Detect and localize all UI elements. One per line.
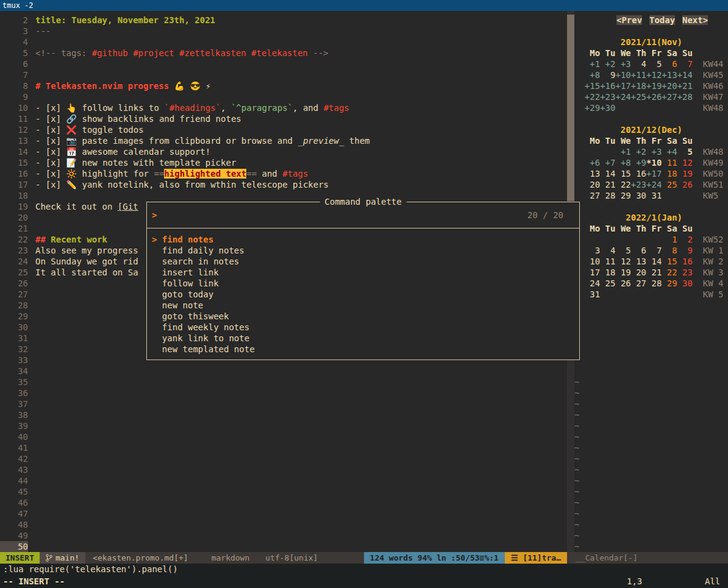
calendar-day[interactable]: +9: [631, 158, 646, 168]
calendar-day[interactable]: +15: [585, 81, 600, 91]
calendar-day[interactable]: 15: [615, 169, 630, 179]
calendar-today-button[interactable]: Today: [649, 15, 675, 25]
calendar-day[interactable]: +28: [677, 92, 693, 102]
palette-item[interactable]: follow link: [147, 278, 579, 289]
calendar-day[interactable]: 24: [585, 278, 600, 288]
calendar-day[interactable]: 20: [631, 267, 646, 277]
calendar-day[interactable]: 28: [600, 191, 615, 200]
calendar-day[interactable]: 9: [677, 246, 693, 255]
calendar-day[interactable]: 22: [615, 180, 630, 190]
palette-item[interactable]: new templated note: [147, 344, 579, 355]
calendar-day[interactable]: +17: [646, 169, 662, 179]
palette-item[interactable]: new note: [147, 300, 579, 311]
calendar-day[interactable]: 10: [585, 257, 600, 266]
calendar-day[interactable]: 19: [615, 267, 630, 277]
calendar-day[interactable]: 19: [677, 169, 693, 179]
calendar-day[interactable]: +13: [662, 70, 677, 80]
calendar-day[interactable]: 6: [631, 246, 646, 255]
calendar-day[interactable]: 25: [662, 180, 677, 190]
calendar-day[interactable]: 15: [662, 257, 677, 266]
palette-item[interactable]: yank link to note: [147, 333, 579, 344]
calendar-day[interactable]: +8: [615, 158, 630, 168]
calendar-day[interactable]: +14: [677, 70, 693, 80]
calendar-day[interactable]: 7: [646, 246, 662, 255]
calendar-day[interactable]: 25: [600, 278, 615, 288]
calendar-day[interactable]: 13: [585, 169, 600, 179]
palette-item[interactable]: insert link: [147, 267, 579, 278]
calendar-day[interactable]: 5: [615, 246, 630, 255]
buffer-section[interactable]: ☰ [11]tra…: [505, 552, 567, 564]
calendar-day[interactable]: +4: [662, 147, 677, 157]
calendar-day[interactable]: 27: [585, 191, 600, 200]
palette-item[interactable]: find daily notes: [147, 245, 579, 256]
calendar-day[interactable]: 30: [677, 278, 693, 288]
calendar-day[interactable]: +26: [646, 92, 662, 102]
palette-item[interactable]: goto thisweek: [147, 311, 579, 322]
calendar-day[interactable]: 7: [677, 59, 693, 69]
calendar-day[interactable]: 21: [600, 180, 615, 190]
calendar-day[interactable]: +16: [600, 81, 615, 91]
calendar-day[interactable]: +3: [615, 59, 630, 69]
calendar-day[interactable]: 9: [600, 70, 615, 80]
calendar-day[interactable]: +23: [600, 92, 615, 102]
calendar-day[interactable]: +30: [600, 103, 615, 113]
calendar-day[interactable]: 16: [677, 257, 693, 266]
palette-prompt-input[interactable]: > 20 / 20: [147, 202, 579, 228]
calendar-day[interactable]: 12: [615, 257, 630, 266]
calendar-day[interactable]: 8: [662, 246, 677, 255]
calendar-day[interactable]: 14: [646, 257, 662, 266]
calendar-day[interactable]: +27: [662, 92, 677, 102]
calendar-day[interactable]: 20: [585, 180, 600, 190]
calendar-day[interactable]: 4: [600, 246, 615, 255]
calendar-day[interactable]: 5: [646, 59, 662, 69]
calendar-day[interactable]: +19: [646, 81, 662, 91]
palette-item[interactable]: find weekly notes: [147, 322, 579, 333]
calendar-day[interactable]: +2: [600, 59, 615, 69]
git-branch[interactable]: main!: [40, 552, 85, 564]
palette-item[interactable]: goto today: [147, 289, 579, 300]
palette-item[interactable]: > find notes: [147, 234, 579, 245]
calendar-prev-button[interactable]: <Prev: [616, 15, 642, 25]
calendar-day[interactable]: +23: [631, 180, 646, 190]
calendar-day[interactable]: 23: [677, 267, 693, 277]
calendar-day[interactable]: +3: [646, 147, 662, 157]
calendar-day[interactable]: 26: [615, 278, 630, 288]
calendar-day[interactable]: +1: [615, 147, 630, 157]
calendar-day[interactable]: 31: [646, 191, 662, 200]
calendar-day[interactable]: 14: [600, 169, 615, 179]
calendar-day[interactable]: +24: [646, 180, 662, 190]
calendar-day[interactable]: +17: [615, 81, 630, 91]
calendar-day[interactable]: 28: [646, 278, 662, 288]
calendar-day[interactable]: +20: [662, 81, 677, 91]
calendar-day[interactable]: 16: [631, 169, 646, 179]
calendar-day[interactable]: +11: [631, 70, 646, 80]
calendar-day[interactable]: +7: [600, 158, 615, 168]
calendar-day[interactable]: 21: [646, 267, 662, 277]
calendar-day[interactable]: 29: [615, 191, 630, 200]
calendar-day[interactable]: 27: [631, 278, 646, 288]
calendar-day[interactable]: 11: [662, 158, 677, 168]
calendar-day[interactable]: 6: [662, 59, 677, 69]
calendar-day[interactable]: 31: [585, 289, 600, 299]
calendar-day[interactable]: +1: [585, 59, 600, 69]
filename[interactable]: <ekasten.promo.md[+]: [85, 552, 196, 564]
calendar-day[interactable]: 2: [677, 235, 693, 244]
calendar-day[interactable]: 12: [677, 158, 693, 168]
calendar-day[interactable]: 4: [631, 59, 646, 69]
calendar-day[interactable]: *10: [646, 158, 662, 168]
calendar-day[interactable]: +22: [585, 92, 600, 102]
calendar-day[interactable]: +2: [631, 147, 646, 157]
calendar-day[interactable]: 13: [631, 257, 646, 266]
calendar-day[interactable]: 22: [662, 267, 677, 277]
calendar-day[interactable]: 18: [662, 169, 677, 179]
calendar-day[interactable]: 30: [631, 191, 646, 200]
calendar-day[interactable]: +21: [677, 81, 693, 91]
calendar-day[interactable]: +10: [615, 70, 630, 80]
calendar-day[interactable]: +12: [646, 70, 662, 80]
calendar-day[interactable]: +24: [615, 92, 630, 102]
calendar-day[interactable]: 5: [677, 147, 693, 157]
calendar-day[interactable]: +29: [585, 103, 600, 113]
calendar-day[interactable]: +6: [585, 158, 600, 168]
calendar-day[interactable]: 11: [600, 257, 615, 266]
calendar-day[interactable]: +18: [631, 81, 646, 91]
